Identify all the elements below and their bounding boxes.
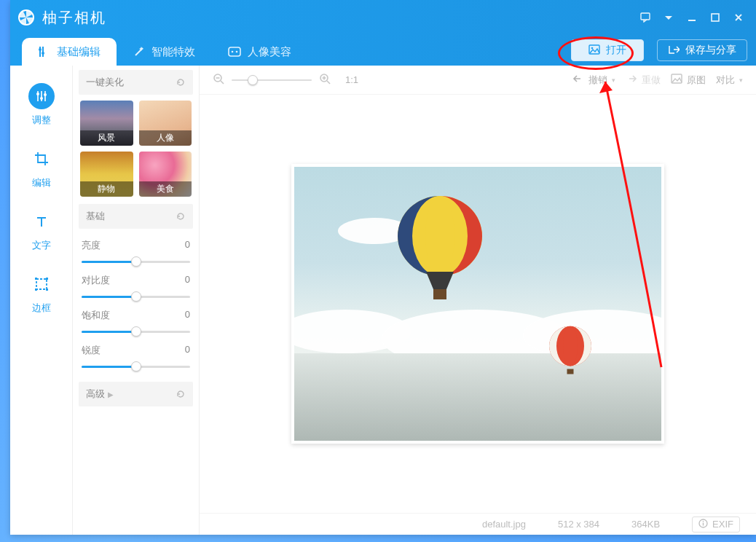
frame-icon [28, 271, 55, 297]
reset-icon[interactable] [176, 77, 186, 87]
save-share-button[interactable]: 保存与分享 [657, 39, 747, 61]
preset-scenery[interactable]: 风景 [80, 101, 133, 146]
nav-edit[interactable]: 编辑 [20, 138, 63, 198]
tab-label: 基础编辑 [57, 45, 101, 59]
reset-icon[interactable] [176, 389, 186, 399]
image-icon [671, 74, 682, 86]
sliders-icon [28, 83, 55, 109]
status-dimensions: 512 x 384 [558, 519, 599, 530]
nav-frame[interactable]: 边框 [20, 264, 63, 323]
side-panel: 一键美化 风景 人像 静物 美食 基础 亮度0 对比度0 [73, 66, 200, 535]
redo-button[interactable]: 重做 [626, 74, 661, 87]
app-logo-icon [17, 9, 35, 26]
chevron-right-icon: ▶ [108, 390, 114, 398]
reset-icon[interactable] [176, 211, 186, 221]
minimize-button[interactable] [682, 7, 702, 28]
pin-icon[interactable] [658, 7, 679, 28]
tab-basic-edit[interactable]: 基础编辑 [22, 38, 117, 66]
slider-saturation[interactable]: 饱和度0 [79, 305, 193, 339]
section-advanced[interactable]: 高级▶ [79, 382, 193, 406]
canvas-area: 1:1 撤销 ▾ 重做 原图 对比 ▾ [200, 66, 756, 535]
nav-label: 边框 [32, 302, 51, 313]
nav-label: 编辑 [32, 177, 51, 188]
save-share-label: 保存与分享 [685, 44, 736, 57]
slider-sharpness[interactable]: 锐度0 [79, 339, 193, 374]
balloon-graphic [547, 326, 594, 390]
slider-contrast[interactable]: 对比度0 [79, 270, 193, 305]
svg-rect-27 [567, 369, 574, 374]
preset-still[interactable]: 静物 [80, 152, 133, 197]
slider-value: 0 [185, 344, 190, 357]
svg-rect-15 [35, 278, 37, 280]
tab-smart-effects[interactable]: 智能特效 [117, 38, 211, 66]
zoom-in-icon[interactable] [319, 73, 331, 87]
zoom-1to1[interactable]: 1:1 [345, 74, 358, 85]
feedback-icon[interactable] [635, 7, 655, 28]
svg-point-10 [591, 47, 594, 49]
info-icon [698, 519, 708, 530]
svg-rect-2 [688, 20, 696, 21]
compare-label: 对比 [716, 74, 735, 87]
svg-point-12 [40, 97, 43, 100]
exif-button[interactable]: EXIF [692, 517, 740, 533]
original-button[interactable]: 原图 [671, 74, 706, 87]
svg-rect-29 [703, 522, 704, 525]
balloon-graphic [393, 196, 487, 323]
magic-icon [133, 45, 146, 58]
status-filesize: 364KB [631, 519, 660, 530]
zoom-slider[interactable] [232, 75, 312, 85]
beautify-presets: 风景 人像 静物 美食 [79, 101, 193, 204]
photo-preview [291, 164, 664, 444]
image-icon [588, 44, 600, 57]
slider-label: 锐度 [82, 344, 101, 357]
canvas-viewport[interactable] [200, 95, 756, 513]
preset-portrait[interactable]: 人像 [139, 101, 192, 146]
svg-point-23 [425, 196, 454, 276]
brush-icon [38, 45, 51, 58]
slider-value: 0 [185, 239, 190, 252]
open-button[interactable]: 打开 [571, 39, 644, 61]
compare-button[interactable]: 对比 ▾ [716, 74, 743, 87]
close-button[interactable] [728, 7, 749, 28]
redo-icon [626, 74, 637, 86]
svg-rect-16 [46, 278, 48, 280]
zoom-control: 1:1 [213, 73, 358, 87]
section-title: 基础 [86, 210, 105, 223]
text-icon [28, 208, 55, 235]
undo-label: 撤销 [588, 74, 607, 87]
svg-point-7 [232, 51, 234, 53]
slider-brightness[interactable]: 亮度0 [79, 235, 193, 270]
svg-rect-30 [703, 521, 704, 522]
canvas-toolbar: 1:1 撤销 ▾ 重做 原图 对比 ▾ [200, 66, 756, 95]
slider-value: 0 [185, 309, 190, 322]
open-label: 打开 [606, 44, 626, 57]
svg-rect-17 [35, 288, 37, 291]
preset-food[interactable]: 美食 [139, 152, 192, 197]
nav-label: 调整 [32, 114, 51, 125]
left-nav: 调整 编辑 文字 边框 [10, 66, 73, 535]
maximize-button[interactable] [705, 7, 725, 28]
svg-rect-6 [229, 47, 240, 56]
status-bar: default.jpg 512 x 384 364KB EXIF [200, 513, 756, 535]
svg-point-13 [44, 93, 47, 96]
zoom-out-icon[interactable] [213, 73, 224, 87]
exif-label: EXIF [712, 519, 733, 530]
undo-button[interactable]: 撤销 ▾ [572, 74, 615, 87]
thumb-label: 人像 [139, 130, 192, 146]
main-tabs: 基础编辑 智能特效 人像美容 打开 保存与分享 [10, 35, 756, 66]
status-filename: default.jpg [482, 519, 526, 530]
section-title: 一键美化 [86, 76, 124, 89]
tab-portrait-beauty[interactable]: 人像美容 [211, 38, 307, 66]
svg-rect-14 [36, 279, 47, 289]
svg-rect-18 [46, 288, 48, 291]
chevron-down-icon[interactable]: ▾ [612, 76, 615, 84]
redo-label: 重做 [642, 74, 661, 87]
chevron-down-icon[interactable]: ▾ [739, 76, 743, 84]
nav-text[interactable]: 文字 [20, 201, 63, 261]
svg-rect-3 [712, 14, 719, 21]
export-icon [668, 44, 680, 57]
nav-adjust[interactable]: 调整 [20, 76, 63, 136]
svg-point-26 [563, 326, 578, 366]
slider-label: 对比度 [82, 274, 110, 287]
app-body: 调整 编辑 文字 边框 一键美化 风景 人像 静物 [10, 66, 756, 535]
